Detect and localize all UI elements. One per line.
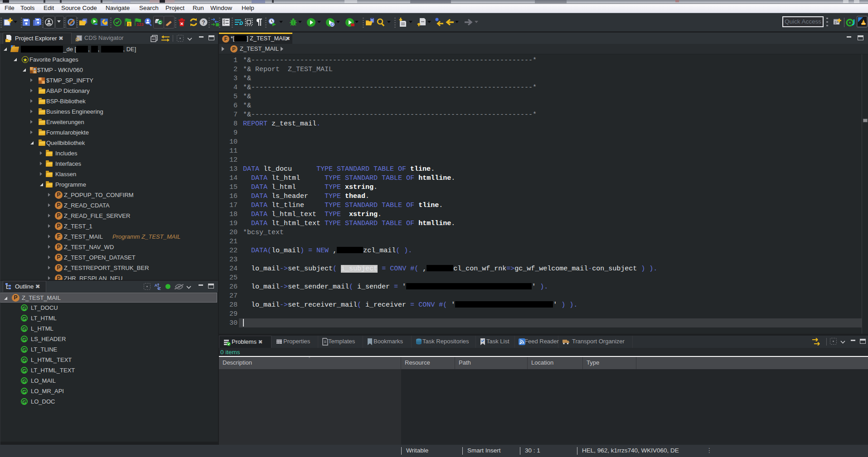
svg-text:1: 1 xyxy=(128,22,130,27)
svg-text:A: A xyxy=(155,283,158,288)
svg-text:?: ? xyxy=(202,19,205,26)
svg-text:123: 123 xyxy=(136,22,143,27)
svg-text:C: C xyxy=(159,20,162,25)
